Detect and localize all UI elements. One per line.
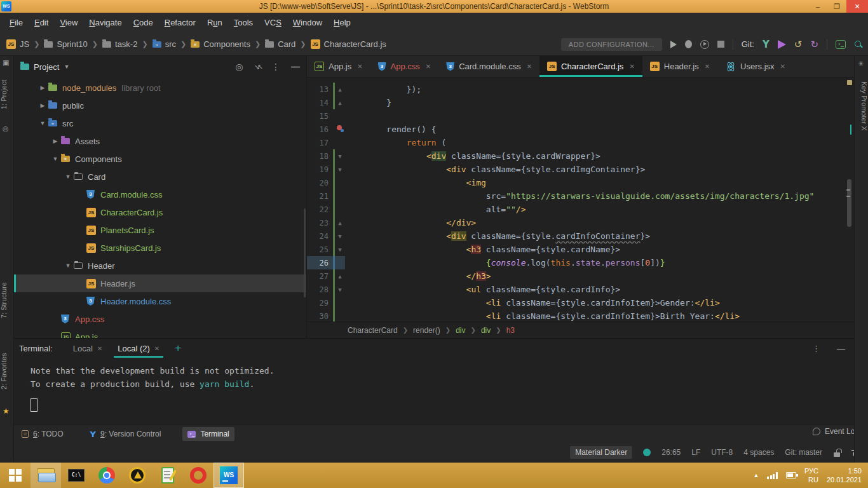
unlock-icon[interactable] <box>833 449 841 457</box>
tool-button-structure[interactable]: 7: Structure <box>0 266 14 336</box>
taskbar-aimp-player[interactable] <box>122 463 153 488</box>
code-line[interactable]: 23▲ </div> <box>307 216 845 229</box>
file-encoding[interactable]: UTF-8 <box>711 448 733 457</box>
breadcrumb-item[interactable]: JSJS <box>6 39 29 49</box>
locate-file-icon[interactable]: ◎ <box>235 62 243 72</box>
close-tab-icon[interactable]: ✕ <box>780 63 785 70</box>
line-separator[interactable]: LF <box>691 448 700 457</box>
editor-breadcrumb-h3[interactable]: h3 <box>506 326 515 335</box>
terminal-output[interactable]: Note that the development build is not o… <box>14 358 854 412</box>
fold-marker-icon[interactable]: ▲ <box>335 273 345 280</box>
fold-marker-icon[interactable]: ▼ <box>335 166 345 173</box>
tree-expander-icon[interactable]: ▼ <box>62 262 74 269</box>
terminal-toolbar-icon[interactable]: ›_ <box>836 40 846 49</box>
tree-item-CharacterCard.js[interactable]: JSCharacterCard.js <box>14 203 306 221</box>
clock[interactable]: 1:5020.01.2021 <box>827 466 862 484</box>
tool-window-button-versioncontrol[interactable]: Y9: Version Control <box>85 427 166 442</box>
tree-item-Card.module.css[interactable]: 3Card.module.css <box>14 186 306 203</box>
theme-name[interactable]: Material Darker <box>570 446 632 459</box>
code-line[interactable]: 13▲ }); <box>307 83 845 96</box>
event-log-button[interactable]: Event Log <box>813 427 859 436</box>
collapse-all-icon[interactable]: ↘↖ <box>254 63 261 71</box>
editor-tab-Header.js[interactable]: JSHeader.js✕ <box>642 56 717 77</box>
taskbar-start-button[interactable] <box>0 463 31 488</box>
tree-expander-icon[interactable]: ▼ <box>62 173 74 180</box>
chevron-down-icon[interactable]: ▼ <box>64 64 69 70</box>
code-line[interactable]: 18▼ <div className={style.cardWrapper}> <box>307 149 845 163</box>
menu-item-help[interactable]: Help <box>328 13 356 33</box>
indent-setting[interactable]: 4 spaces <box>743 448 774 457</box>
taskbar-chrome[interactable] <box>92 463 122 488</box>
code-line[interactable]: 25▼ <h3 className={style.cardName}> <box>307 243 845 256</box>
tree-item-node_modules[interactable]: ▶node_moduleslibrary root <box>14 79 306 97</box>
tree-item-Header.module.css[interactable]: 3Header.module.css <box>14 292 306 310</box>
tree-expander-icon[interactable]: ▶ <box>50 138 61 144</box>
tree-expander-icon[interactable]: ▼ <box>50 156 61 162</box>
tool-window-button-terminal[interactable]: ›_Terminal <box>182 427 234 441</box>
close-tab-icon[interactable]: ✕ <box>426 63 431 70</box>
code-line[interactable]: 19▼ <div className={style.cardImgContain… <box>307 163 845 176</box>
close-tab-icon[interactable]: ✕ <box>629 63 634 70</box>
editor-tab-Card.module.css[interactable]: 3Card.module.css✕ <box>438 56 539 77</box>
code-line[interactable]: 17 return ( <box>307 136 845 149</box>
code-line[interactable]: 27▲ </h3> <box>307 269 845 283</box>
taskbar-file-explorer[interactable] <box>31 463 61 488</box>
tree-item-App.js[interactable]: JSApp.js <box>14 328 306 338</box>
code-editor[interactable]: 13▲ });14▲ }1516 render() {17 return (18… <box>307 78 845 322</box>
terminal-hide-icon[interactable]: — <box>837 344 845 353</box>
tree-item-PlanetsCard.js[interactable]: JSPlanetsCard.js <box>14 221 306 239</box>
code-line[interactable]: 30 <li className={style.cardInfoItem}>Bi… <box>307 309 845 322</box>
network-signal-icon[interactable] <box>767 472 778 479</box>
menu-item-refactor[interactable]: Refactor <box>159 13 201 33</box>
tool-button-project[interactable]: 1: Project <box>0 67 14 122</box>
fold-marker-icon[interactable]: ▲ <box>335 100 345 106</box>
code-line[interactable]: 14▲ } <box>307 96 845 109</box>
close-tab-icon[interactable]: ✕ <box>357 63 362 70</box>
menu-item-view[interactable]: View <box>54 13 83 33</box>
menu-item-tools[interactable]: Tools <box>228 13 259 33</box>
code-line[interactable]: 28▼ <ul className={style.cardInfo}> <box>307 283 845 296</box>
language-indicator[interactable]: РУСRU <box>804 466 818 484</box>
editor-tab-CharacterCard.js[interactable]: JSCharacterCard.js✕ <box>539 56 642 77</box>
editor-tab-App.js[interactable]: JSApp.js✕ <box>307 56 370 77</box>
code-line[interactable]: 21 src="https://starwars-visualguide.com… <box>307 189 845 203</box>
close-tab-icon[interactable]: ✕ <box>154 345 159 352</box>
tool-button-favorites[interactable]: 2: Favorites <box>0 339 14 403</box>
menu-item-code[interactable]: Code <box>128 13 159 33</box>
editor-breadcrumb-div[interactable]: div <box>481 326 491 335</box>
fold-marker-icon[interactable]: ▼ <box>335 153 345 159</box>
menu-item-edit[interactable]: Edit <box>29 13 54 33</box>
run-with-coverage-icon[interactable] <box>700 40 709 49</box>
git-push-icon[interactable] <box>778 40 786 49</box>
debug-icon[interactable] <box>685 40 692 48</box>
tray-chevron-icon[interactable]: ▲ <box>753 472 759 478</box>
menu-item-window[interactable]: Window <box>287 13 328 33</box>
tree-item-Header.js[interactable]: JSHeader.js <box>14 274 306 292</box>
terminal-tab-Local (2)[interactable]: Local (2)✕ <box>110 339 167 358</box>
tree-item-App.css[interactable]: 3App.css <box>14 310 306 328</box>
restore-button[interactable]: ❐ <box>827 0 846 13</box>
run-icon[interactable] <box>670 41 677 48</box>
close-button[interactable]: ✕ <box>846 0 868 13</box>
terminal-kebab-icon[interactable]: ⋮ <box>812 344 820 353</box>
menu-item-navigate[interactable]: Navigate <box>83 13 127 33</box>
menu-item-run[interactable]: Run <box>201 13 228 33</box>
tree-item-Header[interactable]: ▼Header <box>14 257 306 274</box>
tree-item-StarshipsCard.js[interactable]: JSStarshipsCard.js <box>14 239 306 257</box>
git-branch-icon[interactable]: Y <box>763 39 770 50</box>
code-line[interactable]: 16 render() { <box>307 123 845 136</box>
editor-breadcrumb-render()[interactable]: render() <box>413 326 440 335</box>
override-method-icon[interactable] <box>335 125 345 133</box>
new-terminal-tab-button[interactable]: + <box>175 342 181 355</box>
breadcrumb-item[interactable]: ‹›src <box>153 39 176 49</box>
rollback-icon[interactable]: ↻ <box>810 39 818 50</box>
minimize-button[interactable]: – <box>808 0 827 13</box>
caret-position[interactable]: 26:65 <box>661 448 681 457</box>
menu-item-file[interactable]: File <box>4 13 29 33</box>
fold-marker-icon[interactable]: ▼ <box>335 233 345 240</box>
project-view-title[interactable]: Project <box>34 62 59 72</box>
tree-expander-icon[interactable]: ▼ <box>37 120 48 126</box>
code-line[interactable]: 24▼ <div className={style.cardInfoContai… <box>307 229 845 243</box>
fold-marker-icon[interactable]: ▲ <box>335 86 345 93</box>
tree-item-Components[interactable]: ▼⌗Components <box>14 150 306 168</box>
